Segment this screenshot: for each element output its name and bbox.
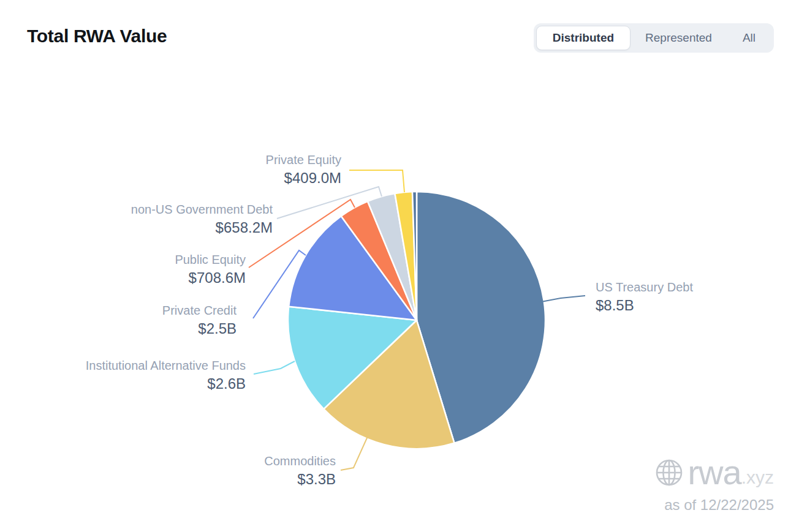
watermark-brand: rwa [687, 455, 741, 490]
slice-name: Commodities [264, 454, 336, 468]
globe-icon [655, 459, 683, 487]
leader-line-private-equity [349, 170, 404, 192]
slice-value: $708.6M [175, 269, 246, 287]
watermark-suffix: .xyz [741, 468, 774, 487]
slice-label-public-equity: Public Equity $708.6M [175, 252, 246, 287]
slice-value: $3.3B [264, 471, 336, 488]
slice-value: $658.2M [131, 219, 273, 236]
slice-label-institutional-alternative-funds: Institutional Alternative Funds $2.6B [86, 358, 246, 392]
pie-chart [0, 0, 799, 532]
slice-name: non-US Government Debt [131, 202, 273, 217]
slice-value: $2.6B [86, 375, 246, 392]
leader-line-commodities [341, 436, 368, 470]
slice-value: $8.5B [596, 297, 693, 314]
as-of-date: as of 12/22/2025 [664, 496, 774, 514]
slice-name: Public Equity [175, 252, 246, 267]
slice-name: Institutional Alternative Funds [86, 358, 246, 373]
watermark: rwa .xyz [655, 455, 774, 490]
slice-label-private-credit: Private Credit $2.5B [162, 303, 237, 337]
slice-label-private-equity: Private Equity $409.0M [266, 152, 341, 187]
slice-name: Private Equity [266, 152, 341, 167]
leader-line-us-treasury-debt [538, 296, 585, 302]
slice-label-non-us-government-debt: non-US Government Debt $658.2M [131, 202, 273, 236]
slice-label-us-treasury-debt: US Treasury Debt $8.5B [596, 280, 693, 314]
slice-name: Private Credit [162, 303, 237, 318]
slice-name: US Treasury Debt [596, 280, 693, 294]
slice-value: $409.0M [266, 170, 341, 187]
slice-label-commodities: Commodities $3.3B [264, 454, 336, 488]
leader-line-institutional-alternative-funds [254, 361, 295, 374]
slice-value: $2.5B [162, 320, 237, 337]
